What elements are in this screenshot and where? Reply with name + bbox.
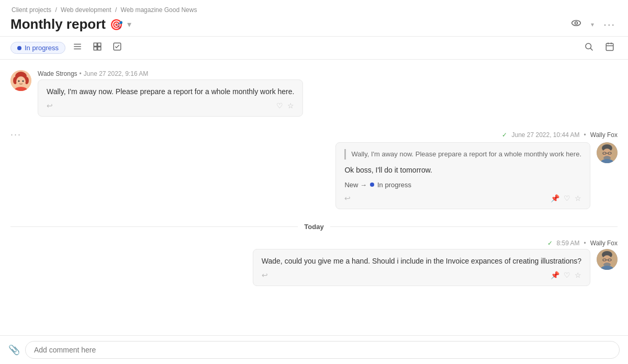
calendar-button[interactable] xyxy=(602,40,618,56)
timestamp-2: June 27 2022, 10:44 AM xyxy=(511,131,579,139)
toolbar-left: In progress xyxy=(10,40,125,56)
svg-point-0 xyxy=(572,20,581,26)
like-button-2[interactable]: ♡ xyxy=(564,194,570,202)
message-row: Wade Strongs • June 27 2022, 9:16 AM Wal… xyxy=(10,70,618,117)
star-button-2[interactable]: ☆ xyxy=(575,194,581,202)
star-button-3[interactable]: ☆ xyxy=(575,271,581,279)
header-actions: ▾ ··· xyxy=(569,16,618,33)
bubble-actions-2: ↩ 📌 ♡ ☆ xyxy=(344,194,581,202)
title-left: Monthly report 🎯 ▾ xyxy=(10,16,131,32)
bubble-actions-1: ↩ ♡ ☆ xyxy=(47,101,294,110)
star-button-1[interactable]: ☆ xyxy=(287,101,294,110)
check-view-button[interactable] xyxy=(109,40,125,56)
today-bubble-actions: ↩ 📌 ♡ ☆ xyxy=(262,271,581,279)
sender-name-2: Wally Fox xyxy=(590,131,618,139)
svg-point-1 xyxy=(575,22,578,25)
message-content-right: Wally, I'm away now. Please prepare a re… xyxy=(335,142,590,209)
check-icon-3: ✓ xyxy=(547,240,553,247)
title-row: Monthly report 🎯 ▾ ▾ ··· xyxy=(10,16,618,33)
reply-button-2[interactable]: ↩ xyxy=(344,194,351,202)
list-view-button[interactable] xyxy=(70,40,85,56)
sender-name-1: Wade Strongs xyxy=(38,70,77,77)
svg-point-10 xyxy=(586,43,591,49)
toolbar: In progress xyxy=(0,37,628,60)
svg-rect-12 xyxy=(606,43,613,51)
title-icon: 🎯 xyxy=(110,18,123,31)
svg-rect-8 xyxy=(98,47,101,50)
svg-point-21 xyxy=(18,81,20,82)
breadcrumb: Client projects / Web development / Web … xyxy=(10,6,618,14)
grid-view-button[interactable] xyxy=(89,40,105,56)
check-icon-2: ✓ xyxy=(502,131,507,139)
today-message-row: Wade, could you give me a hand. Should i… xyxy=(10,249,618,286)
quoted-message: Wally, I'm away now. Please prepare a re… xyxy=(344,149,581,160)
svg-point-22 xyxy=(23,81,24,82)
message-meta-1: Wade Strongs • June 27 2022, 9:16 AM xyxy=(38,70,303,77)
message-bubble-1: Wally, I'm away now. Please prepare a re… xyxy=(38,79,303,117)
like-button-3[interactable]: ♡ xyxy=(564,271,570,279)
today-divider: Today xyxy=(10,222,618,231)
page-title: Monthly report xyxy=(10,16,106,32)
svg-line-11 xyxy=(590,48,592,50)
more-options-button[interactable]: ··· xyxy=(601,16,618,32)
message-text-1: Wally, I'm away now. Please prepare a re… xyxy=(47,87,294,96)
page-header: Client projects / Web development / Web … xyxy=(0,0,628,37)
attach-icon[interactable]: 📎 xyxy=(8,344,20,356)
svg-rect-5 xyxy=(94,43,97,46)
eye-dropdown-button[interactable]: ▾ xyxy=(589,19,596,30)
status-badge[interactable]: In progress xyxy=(10,42,65,54)
right-message-row: Wally, I'm away now. Please prepare a re… xyxy=(10,142,618,209)
avatar-wade xyxy=(10,70,31,91)
timestamp-1: June 27 2022, 9:16 AM xyxy=(84,70,148,77)
pin-button-2[interactable]: 📌 xyxy=(551,194,559,202)
today-timestamp: 8:59 AM xyxy=(557,240,580,247)
message-text-2: Ok boss, I'll do it tomorrow. xyxy=(344,165,581,176)
today-sender: Wally Fox xyxy=(590,240,618,247)
avatar-wally-2 xyxy=(597,249,618,270)
today-label: Today xyxy=(298,223,330,231)
status-label: In progress xyxy=(25,44,59,52)
more-dots[interactable]: ··· xyxy=(10,129,21,140)
message-bubble-2: Wally, I'm away now. Please prepare a re… xyxy=(335,142,590,209)
status-dot xyxy=(17,46,21,50)
svg-rect-6 xyxy=(98,43,101,46)
message-content-left: Wade Strongs • June 27 2022, 9:16 AM Wal… xyxy=(38,70,303,117)
avatar-wally-1 xyxy=(597,142,618,163)
status-dot-blue xyxy=(370,183,374,187)
reply-button-3[interactable]: ↩ xyxy=(262,271,268,279)
reply-button-1[interactable]: ↩ xyxy=(47,101,53,110)
svg-point-20 xyxy=(16,76,26,87)
comment-bar: 📎 xyxy=(0,335,628,364)
chevron-down-icon[interactable]: ▾ xyxy=(127,19,131,29)
toolbar-right xyxy=(581,40,618,56)
right-message-header: ··· ✓ June 27 2022, 10:44 AM • Wally Fox xyxy=(10,129,618,140)
pin-button-3[interactable]: 📌 xyxy=(551,271,559,279)
quoted-text: Wally, I'm away now. Please prepare a re… xyxy=(351,150,581,158)
like-button-1[interactable]: ♡ xyxy=(276,101,283,110)
today-message-text: Wade, could you give me a hand. Should i… xyxy=(262,257,581,265)
comment-input[interactable] xyxy=(25,341,620,359)
today-message-header: ✓ 8:59 AM • Wally Fox xyxy=(10,240,618,247)
today-message-group: ✓ 8:59 AM • Wally Fox Wade, could you gi… xyxy=(10,240,618,286)
search-button[interactable] xyxy=(581,40,597,56)
eye-button[interactable] xyxy=(569,16,584,33)
right-message-group: ··· ✓ June 27 2022, 10:44 AM • Wally Fox… xyxy=(10,129,618,209)
status-change: New → In progress xyxy=(344,180,581,190)
today-message-bubble: Wade, could you give me a hand. Should i… xyxy=(253,249,590,286)
today-message-content: Wade, could you give me a hand. Should i… xyxy=(253,249,590,286)
svg-rect-7 xyxy=(94,47,97,50)
chat-area: Wade Strongs • June 27 2022, 9:16 AM Wal… xyxy=(0,60,628,335)
